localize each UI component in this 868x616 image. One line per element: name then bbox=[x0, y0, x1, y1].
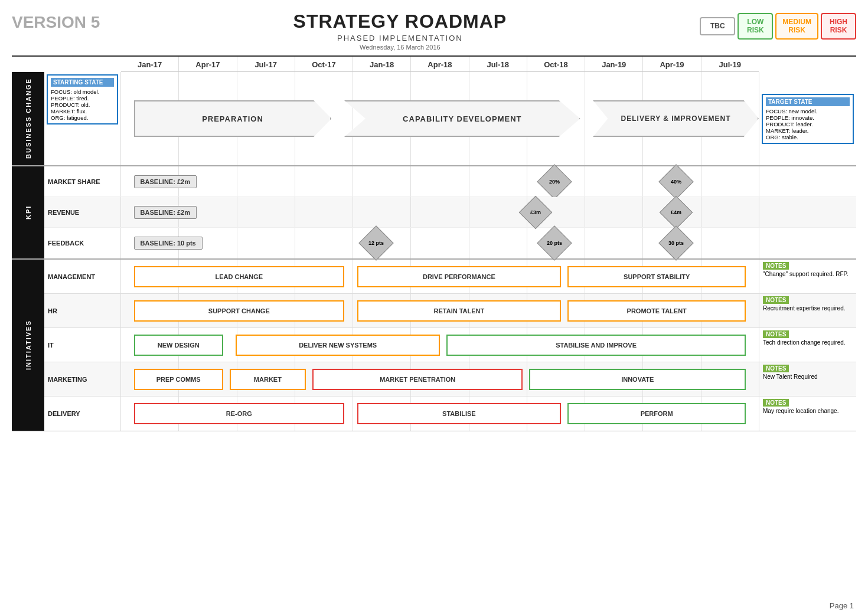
mkt-prep-comms: PREP COMMS bbox=[134, 369, 223, 390]
kpi-ms-notes bbox=[759, 166, 856, 196]
mgmt-notes-badge: NOTES bbox=[763, 262, 789, 270]
initiative-marketing-row: MARKETING PREP COMMS MARKET MARKET PENET… bbox=[44, 362, 856, 397]
initiative-delivery-row: DELIVERY RE-ORG STABILISE PERFORM NOTES … bbox=[44, 397, 856, 431]
initiatives-rows: MANAGEMENT LEAD CHANGE DRIVE PERFORMANCE… bbox=[44, 260, 856, 431]
kpi-market-share-row: MARKET SHARE BASELINE: £2m 20% 40% bbox=[44, 166, 856, 197]
marketing-label: MARKETING bbox=[44, 362, 121, 396]
delivery-notes-badge: NOTES bbox=[763, 399, 789, 407]
it-content: NEW DESIGN DELIVER NEW SYSTEMS STABILISE… bbox=[121, 328, 759, 362]
it-notes-text: Tech direction change required. bbox=[763, 339, 846, 346]
ms-baseline: BASELINE: £2m bbox=[134, 175, 197, 188]
bc-phases-content: PREPARATION CAPABILITY DEVELOPMENT DELIV… bbox=[121, 72, 759, 165]
fb-diamond-30: 30 pts bbox=[658, 225, 693, 260]
it-label: IT bbox=[44, 328, 121, 362]
target-state-box: TARGET STATE FOCUS: new model. PEOPLE: i… bbox=[762, 94, 854, 144]
mkt-market-penetration: MARKET PENETRATION bbox=[312, 369, 523, 390]
ms-diamond-20: 20% bbox=[537, 164, 572, 199]
mgmt-support-stability: SUPPORT STABILITY bbox=[567, 266, 746, 287]
kpi-section-label: KPI bbox=[12, 166, 44, 258]
kpi-market-share-label: MARKET SHARE bbox=[44, 166, 121, 196]
timeline-apr17: Apr-17 bbox=[179, 57, 237, 71]
hr-notes-badge: NOTES bbox=[763, 296, 789, 304]
header: VERSION 5 STRATEGY ROADMAP PHASED IMPLEM… bbox=[12, 11, 856, 51]
initiative-management-row: MANAGEMENT LEAD CHANGE DRIVE PERFORMANCE… bbox=[44, 260, 856, 294]
header-center: STRATEGY ROADMAP PHASED IMPLEMENTATION W… bbox=[100, 11, 700, 51]
mgmt-drive-performance: DRIVE PERFORMANCE bbox=[357, 266, 562, 287]
rev-diamond-3m: £3m bbox=[519, 195, 553, 229]
mgmt-label: MANAGEMENT bbox=[44, 260, 121, 293]
kpi-section: KPI MARKET SHARE BASELINE: £2m 20% bbox=[12, 166, 856, 260]
it-new-design: NEW DESIGN bbox=[134, 335, 223, 356]
hr-content: SUPPORT CHANGE RETAIN TALENT PROMOTE TAL… bbox=[121, 294, 759, 327]
timeline-jan18: Jan-18 bbox=[353, 57, 411, 71]
risk-medium: MEDIUMRISK bbox=[775, 13, 818, 40]
delivery-reorg: RE-ORG bbox=[134, 403, 344, 424]
fb-diamond-12: 12 pts bbox=[358, 225, 393, 260]
kpi-revenue-content: BASELINE: £2m £3m £4m bbox=[121, 197, 759, 227]
kpi-rev-notes bbox=[759, 197, 856, 227]
page-container: VERSION 5 STRATEGY ROADMAP PHASED IMPLEM… bbox=[0, 0, 868, 616]
starting-state-line3: PRODUCT: old. bbox=[51, 101, 114, 108]
target-state-line3: PRODUCT: leader. bbox=[766, 121, 850, 127]
timeline-jan17: Jan-17 bbox=[121, 57, 179, 71]
page-number: Page 1 bbox=[830, 601, 854, 610]
timeline-jan19: Jan-19 bbox=[585, 57, 643, 71]
target-state-line1: FOCUS: new model. bbox=[766, 108, 850, 114]
date-label: Wednesday, 16 March 2016 bbox=[100, 44, 700, 51]
kpi-market-share-content: BASELINE: £2m 20% 40% bbox=[121, 166, 759, 196]
phase-preparation: PREPARATION bbox=[134, 100, 332, 137]
timeline-apr19: Apr-19 bbox=[643, 57, 701, 71]
bc-target-state-cell: TARGET STATE FOCUS: new model. PEOPLE: i… bbox=[759, 72, 856, 165]
hr-label: HR bbox=[44, 294, 121, 327]
ms-diamond-40: 40% bbox=[658, 164, 693, 199]
initiatives-section: INITIATIVES MANAGEMENT LEAD CHANGE DRIVE… bbox=[12, 260, 856, 431]
risk-tbc: TBC bbox=[700, 17, 735, 35]
mgmt-lead-change: LEAD CHANGE bbox=[134, 266, 344, 287]
target-state-title: TARGET STATE bbox=[766, 97, 850, 106]
starting-state-title: STARTING STATE bbox=[51, 78, 114, 87]
hr-promote-talent: PROMOTE TALENT bbox=[567, 300, 746, 322]
mkt-innovate: INNOVATE bbox=[529, 369, 746, 390]
phase-capability: CAPABILITY DEVELOPMENT bbox=[344, 100, 580, 137]
bc-starting-state-cell: STARTING STATE FOCUS: old model. PEOPLE:… bbox=[44, 72, 121, 165]
target-state-line4: MARKET: leader. bbox=[766, 127, 850, 134]
phase-delivery: DELIVERY & IMPROVEMENT bbox=[593, 100, 759, 137]
risk-low: LOWRISK bbox=[738, 13, 773, 40]
kpi-rows: MARKET SHARE BASELINE: £2m 20% 40% bbox=[44, 166, 856, 258]
fb-diamond-20: 20 pts bbox=[537, 225, 572, 260]
delivery-stabilise: STABILISE bbox=[357, 403, 562, 424]
mgmt-notes: NOTES "Change" support required. RFP. bbox=[759, 260, 856, 293]
hr-notes: NOTES Recruitment expertise required. bbox=[759, 294, 856, 327]
initiative-hr-row: HR SUPPORT CHANGE RETAIN TALENT PROMOTE … bbox=[44, 294, 856, 328]
fb-baseline: BASELINE: 10 pts bbox=[134, 237, 203, 250]
delivery-content: RE-ORG STABILISE PERFORM bbox=[121, 397, 759, 431]
mkt-notes-text: New Talent Required bbox=[763, 373, 818, 380]
kpi-revenue-label: REVENUE bbox=[44, 197, 121, 227]
mkt-market: MARKET bbox=[230, 369, 306, 390]
delivery-label: DELIVERY bbox=[44, 397, 121, 431]
hr-retain-talent: RETAIN TALENT bbox=[357, 300, 562, 322]
kpi-feedback-row: FEEDBACK BASELINE: 10 pts 12 pts 20 pts bbox=[44, 228, 856, 258]
marketing-content: PREP COMMS MARKET MARKET PENETRATION INN… bbox=[121, 362, 759, 396]
hr-notes-text: Recruitment expertise required. bbox=[763, 305, 846, 312]
timeline-cells: Jan-17 Apr-17 Jul-17 Oct-17 Jan-18 Apr-1… bbox=[121, 57, 759, 72]
mgmt-content: LEAD CHANGE DRIVE PERFORMANCE SUPPORT ST… bbox=[121, 260, 759, 293]
mkt-notes-badge: NOTES bbox=[763, 365, 789, 372]
initiatives-section-label: INITIATIVES bbox=[12, 260, 44, 431]
it-stabilise-improve: STABILISE AND IMPROVE bbox=[446, 335, 746, 356]
risk-high: HIGHRISK bbox=[821, 13, 856, 40]
it-deliver-new-systems: DELIVER NEW SYSTEMS bbox=[236, 335, 440, 356]
timeline-apr18: Apr-18 bbox=[411, 57, 469, 71]
sub-title: PHASED IMPLEMENTATION bbox=[100, 34, 700, 42]
timeline-jul18: Jul-18 bbox=[469, 57, 527, 71]
kpi-feedback-content: BASELINE: 10 pts 12 pts 20 pts 30 pts bbox=[121, 228, 759, 258]
starting-state-line2: PEOPLE: tired. bbox=[51, 95, 114, 101]
business-change-section: BUSINESS CHANGE STARTING STATE FOCUS: ol… bbox=[12, 72, 856, 166]
kpi-revenue-row: REVENUE BASELINE: £2m £3m £4m bbox=[44, 197, 856, 228]
timeline-oct17: Oct-17 bbox=[295, 57, 353, 71]
kpi-fb-notes bbox=[759, 228, 856, 258]
starting-state-line5: ORG: fatigued. bbox=[51, 114, 114, 121]
kpi-feedback-label: FEEDBACK bbox=[44, 228, 121, 258]
mgmt-notes-text: "Change" support required. RFP. bbox=[763, 271, 849, 277]
timeline-oct18: Oct-18 bbox=[527, 57, 585, 71]
